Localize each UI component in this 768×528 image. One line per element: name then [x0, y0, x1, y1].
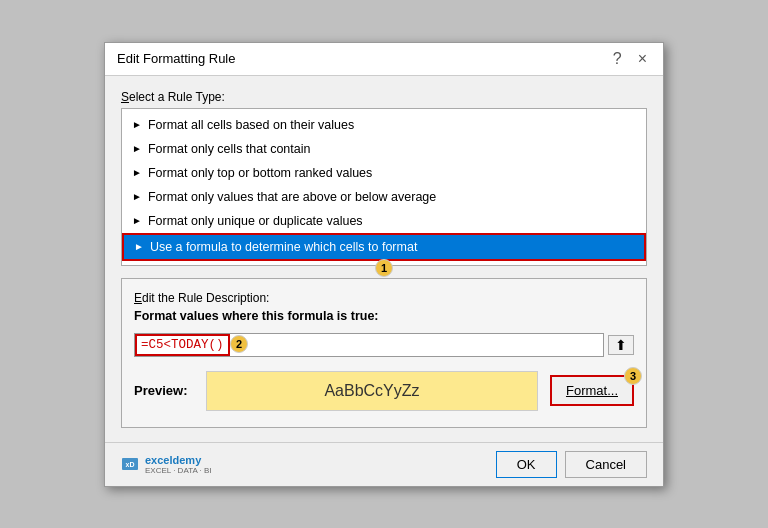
rule-type-label: Select a Rule Type: — [121, 90, 647, 104]
preview-row: Preview: AaBbCcYyZz Format... 3 — [134, 371, 634, 411]
rule-item-unique-duplicate[interactable]: ► Format only unique or duplicate values — [122, 209, 646, 233]
formula-instruction: Format values where this formula is true… — [134, 309, 634, 323]
rule-item-label: Format only cells that contain — [148, 142, 311, 156]
rule-item-label: Format all cells based on their values — [148, 118, 354, 132]
arrow-icon: ► — [132, 143, 142, 154]
formula-value[interactable]: =C5<TODAY() — [135, 334, 230, 356]
watermark-area: xD exceldemy EXCEL · DATA · BI — [121, 454, 488, 475]
preview-box: AaBbCcYyZz — [206, 371, 538, 411]
cancel-button[interactable]: Cancel — [565, 451, 647, 478]
formula-input[interactable] — [230, 334, 603, 356]
arrow-icon: ► — [132, 119, 142, 130]
formula-input-wrapper: =C5<TODAY() — [134, 333, 604, 357]
rule-type-section: Select a Rule Type: ► Format all cells b… — [121, 90, 647, 266]
arrow-icon: ► — [134, 241, 144, 252]
watermark-sub: EXCEL · DATA · BI — [145, 466, 212, 475]
annotation-badge-3: 3 — [624, 367, 642, 385]
format-btn-wrapper: Format... 3 — [550, 375, 634, 406]
close-button[interactable]: × — [634, 51, 651, 67]
rule-type-list: ► Format all cells based on their values… — [121, 108, 647, 266]
rule-item-above-below[interactable]: ► Format only values that are above or b… — [122, 185, 646, 209]
title-bar: Edit Formatting Rule ? × — [105, 43, 663, 76]
rule-item-label: Format only top or bottom ranked values — [148, 166, 372, 180]
rule-item-label: Use a formula to determine which cells t… — [150, 240, 417, 254]
arrow-icon: ► — [132, 191, 142, 202]
edit-formatting-rule-dialog: Edit Formatting Rule ? × Select a Rule T… — [104, 42, 664, 487]
format-button[interactable]: Format... — [550, 375, 634, 406]
svg-text:xD: xD — [126, 461, 135, 468]
title-bar-controls: ? × — [609, 51, 651, 67]
rule-item-label: Format only unique or duplicate values — [148, 214, 363, 228]
annotation-badge-2: 2 — [230, 335, 248, 353]
dialog-title: Edit Formatting Rule — [117, 51, 236, 66]
dialog-body: Select a Rule Type: ► Format all cells b… — [105, 76, 663, 442]
exceldemy-logo-icon: xD — [121, 455, 139, 473]
arrow-icon: ► — [132, 215, 142, 226]
ok-button[interactable]: OK — [496, 451, 557, 478]
preview-label: Preview: — [134, 383, 194, 398]
rule-item-label: Format only values that are above or bel… — [148, 190, 436, 204]
rule-item-top-bottom[interactable]: ► Format only top or bottom ranked value… — [122, 161, 646, 185]
rule-item-formula[interactable]: ► Use a formula to determine which cells… — [122, 233, 646, 261]
description-section: Edit the Rule Description: Format values… — [121, 278, 647, 428]
help-button[interactable]: ? — [609, 51, 626, 67]
dialog-footer: xD exceldemy EXCEL · DATA · BI OK Cancel — [105, 442, 663, 486]
arrow-icon: ► — [132, 167, 142, 178]
rule-item-cells-contain[interactable]: ► Format only cells that contain — [122, 137, 646, 161]
collapse-button[interactable]: ⬆ — [608, 335, 634, 355]
watermark: exceldemy EXCEL · DATA · BI — [145, 454, 212, 475]
annotation-badge-1: 1 — [375, 259, 393, 277]
formula-section: =C5<TODAY() ⬆ 2 — [134, 333, 634, 357]
description-label: Edit the Rule Description: — [134, 291, 634, 305]
formula-row: =C5<TODAY() ⬆ — [134, 333, 634, 357]
format-button-label: ormat... — [574, 383, 618, 398]
rule-item-all-cells[interactable]: ► Format all cells based on their values — [122, 113, 646, 137]
watermark-name: exceldemy — [145, 454, 212, 466]
